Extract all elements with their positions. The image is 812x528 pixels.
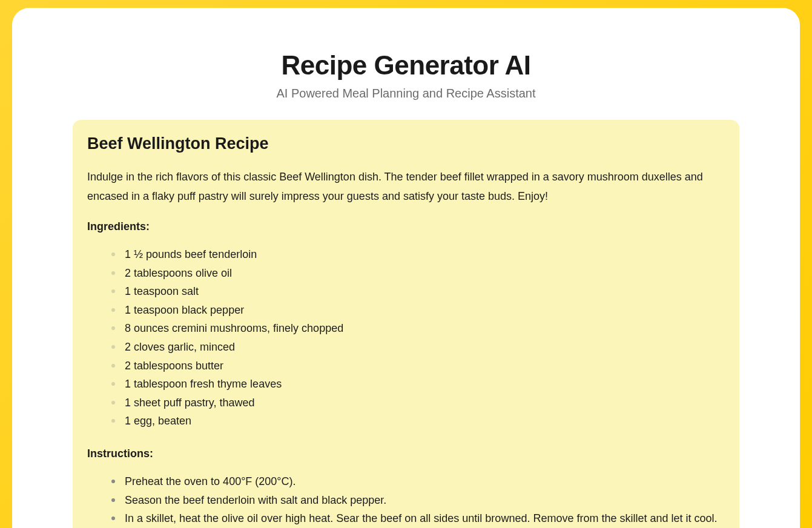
recipe-box: Beef Wellington Recipe Indulge in the ri… xyxy=(73,120,739,528)
page-title: Recipe Generator AI xyxy=(73,50,739,81)
ingredients-label: Ingredients: xyxy=(87,220,725,233)
instruction-item: Preheat the oven to 400°F (200°C). xyxy=(111,472,725,491)
ingredient-item: 2 cloves garlic, minced xyxy=(111,338,725,357)
instruction-item: Season the beef tenderloin with salt and… xyxy=(111,491,725,510)
recipe-description: Indulge in the rich flavors of this clas… xyxy=(87,168,725,206)
page-header: Recipe Generator AI AI Powered Meal Plan… xyxy=(73,50,739,101)
instructions-list: Preheat the oven to 400°F (200°C). Seaso… xyxy=(87,472,725,528)
ingredient-item: 1 teaspoon salt xyxy=(111,282,725,301)
ingredient-item: 1 tablespoon fresh thyme leaves xyxy=(111,375,725,394)
ingredient-item: 8 ounces cremini mushrooms, finely chopp… xyxy=(111,319,725,338)
ingredient-item: 2 tablespoons olive oil xyxy=(111,264,725,283)
ingredients-list: 1 ½ pounds beef tenderloin 2 tablespoons… xyxy=(87,245,725,431)
ingredient-item: 1 sheet puff pastry, thawed xyxy=(111,394,725,412)
instructions-label: Instructions: xyxy=(87,447,725,460)
ingredient-item: 1 ½ pounds beef tenderloin xyxy=(111,245,725,264)
ingredient-item: 1 teaspoon black pepper xyxy=(111,301,725,320)
recipe-title: Beef Wellington Recipe xyxy=(87,134,725,153)
ingredient-item: 1 egg, beaten xyxy=(111,412,725,431)
main-card: Recipe Generator AI AI Powered Meal Plan… xyxy=(12,8,800,528)
ingredient-item: 2 tablespoons butter xyxy=(111,357,725,375)
page-subtitle: AI Powered Meal Planning and Recipe Assi… xyxy=(73,87,739,101)
instruction-item: In a skillet, heat the olive oil over hi… xyxy=(111,509,725,528)
